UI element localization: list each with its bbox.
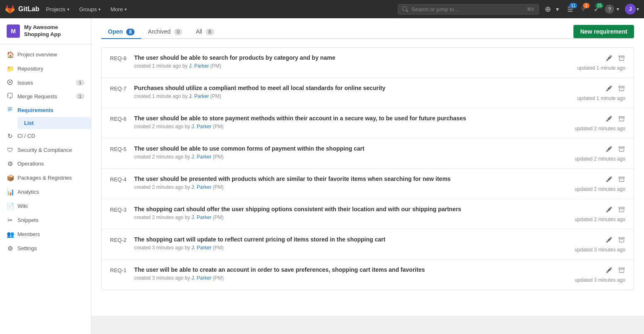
gitlab-wordmark: GitLab — [18, 5, 39, 13]
sidebar-item-ci-cd[interactable]: ↻ CI / CD — [0, 129, 91, 143]
edit-req-button[interactable] — [605, 146, 613, 154]
search-bar[interactable]: ⌘K — [398, 4, 539, 15]
req-updated: updated 2 minutes ago — [567, 185, 625, 192]
repository-icon: 📁 — [7, 65, 13, 73]
table-row: REQ-4 The user should be presented with … — [102, 169, 634, 199]
req-meta: created 2 minutes ago by J. Parker (PM) — [134, 124, 562, 129]
more-nav[interactable]: More ▾ — [107, 5, 130, 14]
req-title[interactable]: The user should be able to store payment… — [134, 115, 562, 122]
sidebar: M My Awesome Shopping App 🏠 Project over… — [0, 18, 91, 316]
tab-archived[interactable]: Archived 0 — [141, 25, 189, 39]
archive-req-button[interactable] — [618, 85, 625, 93]
req-body: The user will be able to create an accou… — [134, 266, 562, 281]
sidebar-item-project-overview[interactable]: 🏠 Project overview — [0, 48, 91, 62]
tab-all[interactable]: All 8 — [189, 25, 220, 39]
req-actions — [605, 54, 625, 63]
mr-btn[interactable]: ⑂ 1 — [579, 4, 588, 15]
help-btn[interactable]: ? ▾ — [605, 5, 622, 14]
table-row: REQ-2 The shopping cart will update to r… — [102, 229, 634, 260]
sidebar-item-repository[interactable]: 📁 Repository — [0, 62, 91, 76]
edit-req-button[interactable] — [605, 85, 613, 93]
sidebar-item-analytics[interactable]: 📊 Analytics — [0, 185, 91, 199]
archive-req-button[interactable] — [618, 55, 625, 63]
req-meta: created 2 minutes ago by J. Parker (PM) — [134, 215, 562, 220]
req-body: The user should be presented with produc… — [134, 176, 562, 190]
req-title[interactable]: The user should be able to search for pr… — [134, 54, 562, 61]
more-chevron-icon: ▾ — [125, 7, 127, 12]
tab-open[interactable]: Open 8 — [101, 25, 141, 39]
sidebar-item-wiki[interactable]: 📄 Wiki — [0, 199, 91, 213]
archive-req-button[interactable] — [618, 176, 625, 184]
req-title[interactable]: Purchases should utilize a compliant met… — [134, 85, 562, 91]
archive-req-button[interactable] — [618, 237, 625, 244]
req-actions — [605, 176, 625, 184]
sidebar-item-packages[interactable]: 📦 Packages & Registries — [0, 171, 91, 185]
req-title[interactable]: The user should be able to use common fo… — [134, 145, 562, 152]
req-body: Purchases should utilize a compliant met… — [134, 85, 562, 99]
new-requirement-button[interactable]: New requirement — [573, 25, 634, 38]
req-id: REQ-7 — [110, 85, 129, 92]
req-updated: updated 2 minutes ago — [567, 125, 625, 132]
gitlab-logo[interactable]: GitLab — [5, 4, 39, 14]
sidebar-item-settings[interactable]: ⚙ Settings — [0, 241, 91, 256]
archive-req-button[interactable] — [618, 116, 625, 123]
groups-nav[interactable]: Groups ▾ — [76, 5, 104, 14]
sidebar-avatar: M — [7, 24, 20, 38]
req-actions — [605, 145, 625, 154]
req-author-link[interactable]: J. Parker — [189, 63, 209, 69]
req-updated: updated 1 minute ago — [567, 64, 625, 71]
req-id: REQ-4 — [110, 176, 129, 183]
req-actions — [605, 115, 625, 123]
user-menu[interactable]: J ▾ — [625, 4, 639, 15]
req-author-link[interactable]: J. Parker — [191, 154, 211, 160]
edit-req-button[interactable] — [605, 267, 613, 275]
req-title[interactable]: The user will be able to create an accou… — [134, 266, 562, 273]
req-author-link[interactable]: J. Parker — [191, 124, 211, 129]
req-author-link[interactable]: J. Parker — [191, 215, 211, 220]
sidebar-item-security[interactable]: 🛡 Security & Compliance — [0, 143, 91, 157]
sidebar-item-label: Wiki — [17, 203, 28, 209]
req-title[interactable]: The user should be presented with produc… — [134, 176, 562, 182]
projects-nav[interactable]: Projects ▾ — [43, 5, 73, 14]
req-title[interactable]: The shopping cart should offer the user … — [134, 206, 562, 212]
archive-req-button[interactable] — [618, 267, 625, 275]
sidebar-item-operations[interactable]: ⚙ Operations — [0, 157, 91, 171]
edit-req-button[interactable] — [605, 207, 613, 214]
edit-req-button[interactable] — [605, 55, 613, 63]
req-updated: updated 3 minutes ago — [567, 246, 625, 253]
sidebar-item-merge-requests[interactable]: Merge Requests 1 — [0, 90, 91, 103]
edit-req-button[interactable] — [605, 116, 613, 123]
sidebar-item-issues[interactable]: Issues 1 — [0, 76, 91, 90]
tabs-bar: Open 8 Archived 0 All 8 New requirement — [101, 25, 634, 39]
snippets-icon: ✂ — [7, 217, 13, 224]
sidebar-item-label: Project overview — [17, 51, 57, 58]
sidebar-item-label: Issues — [17, 80, 33, 86]
req-author-link[interactable]: J. Parker — [191, 245, 211, 251]
req-updated: updated 2 minutes ago — [567, 155, 625, 162]
wiki-icon: 📄 — [7, 202, 13, 210]
req-author-link[interactable]: J. Parker — [189, 93, 209, 99]
req-author-link[interactable]: J. Parker — [191, 275, 211, 281]
req-meta: created 1 minute ago by J. Parker (PM) — [134, 63, 562, 69]
archive-req-button[interactable] — [618, 146, 625, 154]
edit-req-button[interactable] — [605, 176, 613, 184]
sidebar-item-requirements[interactable]: Requirements — [0, 103, 91, 117]
req-author-link[interactable]: J. Parker — [191, 184, 211, 190]
content-area: Open 8 Archived 0 All 8 New requirement … — [91, 17, 644, 298]
req-meta: created 2 minutes ago by J. Parker (PM) — [134, 184, 562, 190]
req-title[interactable]: The shopping cart will update to reflect… — [134, 236, 562, 243]
sidebar-subitem-list[interactable]: List — [17, 117, 91, 129]
req-updated: updated 3 minutes ago — [567, 276, 625, 283]
req-id: REQ-1 — [110, 266, 129, 273]
sidebar-item-label: Security & Compliance — [17, 147, 72, 153]
todo-btn[interactable]: ☰ 11 — [565, 4, 575, 15]
sidebar-item-snippets[interactable]: ✂ Snippets — [0, 213, 91, 227]
edit-req-button[interactable] — [605, 237, 613, 244]
search-input[interactable] — [411, 6, 524, 12]
create-btn[interactable]: ⊕ ▾ — [542, 3, 561, 15]
issues-btn[interactable]: ✓ 15 — [591, 4, 602, 15]
archive-req-button[interactable] — [618, 207, 625, 214]
req-right: updated 2 minutes ago — [567, 176, 625, 192]
sidebar-item-members[interactable]: 👥 Members — [0, 227, 91, 241]
sidebar-item-label: Repository — [17, 66, 43, 72]
